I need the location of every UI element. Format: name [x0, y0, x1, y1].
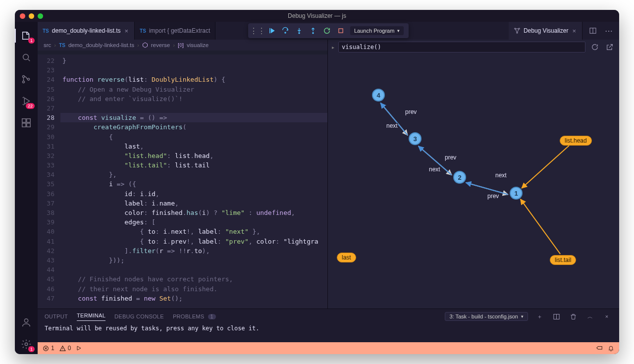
restart-icon[interactable] — [320, 24, 333, 37]
step-out-icon[interactable] — [307, 24, 319, 37]
close-icon[interactable]: × — [124, 27, 130, 35]
debug-config-label: Launch Program — [354, 28, 394, 34]
status-errors[interactable]: 1 — [43, 345, 54, 352]
panel-tab-debug-console[interactable]: DEBUG CONSOLE — [114, 313, 164, 319]
chevron-down-icon: ▾ — [397, 28, 400, 33]
close-icon[interactable]: × — [571, 27, 577, 35]
refresh-icon[interactable] — [589, 42, 600, 52]
graph-node[interactable]: 3 — [409, 132, 422, 145]
svg-line-18 — [380, 103, 408, 135]
svg-text:next: next — [386, 122, 398, 129]
terminal-output: Terminal will be reused by tasks, press … — [38, 324, 619, 342]
tab-label: demo_doubly-linked-list.ts — [52, 27, 121, 34]
ts-lang-icon: TS — [140, 28, 146, 34]
svg-text:prev: prev — [445, 154, 456, 161]
svg-line-30 — [522, 146, 569, 188]
status-bar: 1 0 — [38, 342, 619, 354]
activity-explorer[interactable]: 1 — [15, 26, 38, 46]
svg-text:next: next — [429, 166, 440, 173]
drag-handle-icon[interactable]: ⋮⋮ — [251, 24, 264, 37]
svg-rect-4 — [22, 119, 26, 122]
svg-point-3 — [28, 78, 30, 80]
activity-scm[interactable] — [15, 69, 38, 89]
tab-file-current[interactable]: TS demo_doubly-linked-list.ts × — [38, 22, 135, 40]
activity-settings[interactable]: 1 — [15, 334, 38, 354]
crumb-file: demo_doubly-linked-list.ts — [68, 42, 134, 48]
breadcrumb[interactable]: src › TS demo_doubly-linked-list.ts › re… — [38, 40, 327, 51]
step-over-icon[interactable] — [279, 24, 292, 37]
activity-extensions[interactable] — [15, 113, 38, 133]
svg-rect-5 — [27, 119, 30, 122]
panel-tab-problems[interactable]: PROBLEMS 1 — [173, 313, 216, 319]
graph-pointer[interactable]: last — [337, 253, 356, 262]
status-bell-icon[interactable] — [608, 345, 614, 352]
activity-debug[interactable]: 22 — [15, 91, 38, 111]
svg-line-24 — [419, 146, 452, 175]
step-into-icon[interactable] — [293, 24, 306, 37]
terminal-select[interactable]: 3: Task - build - tsconfig.json ▾ — [445, 312, 528, 321]
panel-tab-terminal[interactable]: TERMINAL — [77, 312, 106, 321]
split-terminal-icon[interactable] — [551, 311, 562, 322]
crumb-fn: reverse — [151, 42, 170, 48]
ts-lang-icon: TS — [43, 28, 49, 34]
crumb-root: src — [44, 42, 51, 48]
bottom-panel: OUTPUT TERMINAL DEBUG CONSOLE PROBLEMS 1… — [38, 309, 619, 342]
window-minimize-icon[interactable] — [29, 13, 34, 19]
graph-pointer[interactable]: list.head — [560, 136, 592, 146]
vscode-window: Debug Visualizer — js 1 22 — [15, 10, 619, 354]
status-feedback-icon[interactable] — [596, 345, 603, 352]
graph-pointer[interactable]: list.tail — [550, 255, 576, 265]
crumb-inner: visualize — [187, 42, 209, 48]
graph-node[interactable]: 1 — [510, 187, 523, 200]
chevron-right-icon[interactable]: ▸ — [332, 45, 334, 50]
visualizer-panel: prevnextprevnextprevnext 4321lastlist.he… — [327, 54, 619, 309]
settings-badge: 1 — [28, 346, 35, 352]
trash-icon[interactable] — [568, 311, 579, 322]
svg-rect-7 — [27, 123, 30, 127]
code-content: }function reverse(list: DoublyLinkedList… — [60, 54, 327, 309]
tab-label: import { getDataExtract — [149, 27, 210, 34]
visualizer-expression-input[interactable] — [338, 42, 585, 52]
debug-config-select[interactable]: Launch Program ▾ — [350, 26, 404, 35]
svg-text:prev: prev — [487, 193, 499, 200]
svg-text:prev: prev — [405, 108, 417, 115]
problems-count-badge: 1 — [208, 314, 216, 319]
split-editor-icon[interactable] — [587, 25, 598, 36]
window-zoom-icon[interactable] — [38, 13, 43, 19]
titlebar: Debug Visualizer — js — [15, 10, 619, 22]
tab-file-other[interactable]: TS import { getDataExtract — [135, 22, 215, 40]
stop-icon[interactable] — [334, 24, 347, 37]
activity-search[interactable] — [15, 48, 38, 67]
new-terminal-icon[interactable]: ＋ — [534, 311, 545, 322]
continue-icon[interactable] — [265, 24, 278, 37]
tabs-row: TS demo_doubly-linked-list.ts × TS impor… — [38, 22, 619, 40]
chevron-up-icon[interactable]: ︿ — [584, 311, 595, 322]
visualizer-icon — [514, 27, 521, 34]
svg-point-16 — [517, 32, 518, 33]
svg-line-22 — [419, 146, 452, 175]
graph-node[interactable]: 2 — [453, 171, 466, 184]
tab-debug-visualizer[interactable]: Debug Visualizer × — [509, 22, 582, 40]
debug-toolbar: ⋮⋮ — [248, 23, 409, 38]
close-icon[interactable]: × — [601, 311, 612, 322]
window-close-icon[interactable] — [20, 13, 25, 19]
symbol-variable-icon: [◊] — [178, 42, 184, 48]
graph-node[interactable]: 4 — [372, 89, 385, 102]
activity-account[interactable] — [15, 312, 38, 332]
status-run-icon[interactable] — [76, 345, 82, 351]
chevron-down-icon: ▾ — [521, 314, 524, 319]
more-icon[interactable]: ⋯ — [603, 25, 614, 36]
svg-point-14 — [515, 28, 516, 29]
panel-tab-output[interactable]: OUTPUT — [45, 313, 68, 319]
svg-point-9 — [25, 343, 28, 346]
visualizer-canvas[interactable]: prevnextprevnextprevnext 4321lastlist.he… — [328, 54, 619, 309]
svg-line-26 — [466, 183, 508, 195]
popout-icon[interactable] — [604, 42, 615, 52]
code-editor[interactable]: 2223242526272829303132333435363738394041… — [38, 54, 327, 309]
svg-point-10 — [285, 32, 286, 33]
svg-line-31 — [521, 199, 560, 254]
svg-line-20 — [380, 103, 408, 135]
status-warnings[interactable]: 0 — [59, 345, 71, 352]
svg-point-2 — [22, 81, 24, 83]
symbol-method-icon — [142, 42, 148, 48]
